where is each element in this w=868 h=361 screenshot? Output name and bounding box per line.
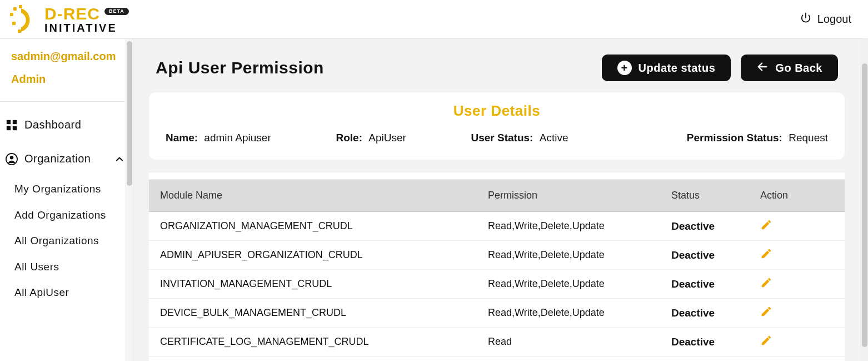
sidebar-scrollbar-thumb[interactable]: [127, 41, 132, 186]
edit-icon[interactable]: [760, 251, 772, 262]
sidebar-item-all-users[interactable]: All Users: [0, 254, 133, 280]
update-status-label: Update status: [638, 62, 716, 75]
table-row: CERTIFICATE_LOG_MANAGEMENT_CRUDLReadDeac…: [149, 328, 845, 357]
svg-rect-2: [10, 13, 13, 16]
table-row: ADMIN_APIUSER_ORGANIZATION_CRUDLRead,Wri…: [149, 241, 845, 270]
sidebar-item-organization[interactable]: Organization: [0, 147, 133, 171]
arrow-left-icon: [756, 61, 769, 76]
th-permission[interactable]: Permission: [477, 180, 660, 212]
page-title: Api User Permission: [156, 58, 324, 77]
table-row: INVITATION_MANAGEMENT_CRUDLRead,Write,De…: [149, 270, 845, 299]
user-details-card: User Details Name: admin Apiuser Role: A…: [149, 92, 845, 160]
divider: [0, 101, 133, 102]
table-row: DEVICE_BULK_MANAGEMENT_CRUDLRead,Write,D…: [149, 299, 845, 328]
cell-status: Deactive: [660, 357, 749, 362]
cell-permission: Read,Write,Delete,Update: [477, 270, 660, 299]
cell-module: DEVICE_BULK_MANAGEMENT_CRUDL: [149, 299, 477, 328]
th-module-name[interactable]: Module Name: [149, 180, 477, 212]
svg-rect-4: [18, 29, 21, 33]
cell-status: Deactive: [660, 328, 749, 357]
brand-logo[interactable]: D-REC BETA INITIATIVE: [10, 5, 129, 34]
cell-permission: Read,Write,Delete,Update: [477, 357, 660, 362]
permissions-table: Module Name Permission Status Action ORG…: [149, 180, 845, 361]
permission-status-label: Permission Status:: [687, 132, 782, 144]
svg-point-10: [10, 156, 13, 159]
cell-permission: Read,Write,Delete,Update: [477, 212, 660, 241]
svg-rect-6: [13, 120, 17, 123]
sidebar-item-my-organizations[interactable]: My Organizations: [0, 176, 133, 202]
sidebar-item-all-organizations[interactable]: All Organizations: [0, 228, 133, 254]
logout-label: Logout: [817, 13, 851, 26]
svg-rect-0: [13, 7, 17, 11]
update-status-button[interactable]: + Update status: [602, 55, 731, 81]
cell-permission: Read: [477, 328, 660, 357]
sidebar-item-add-organizations[interactable]: Add Organizations: [0, 202, 133, 229]
sidebar-item-all-apiuser[interactable]: All ApiUser: [0, 280, 133, 306]
dashboard-icon: [6, 119, 18, 131]
name-value: admin Apiuser: [204, 132, 271, 144]
brand-top: D-REC: [44, 6, 100, 22]
user-status-value: Active: [540, 132, 568, 144]
cell-status: Deactive: [660, 270, 749, 299]
logo-icon: [10, 5, 39, 34]
plus-circle-icon: +: [617, 61, 632, 75]
edit-icon[interactable]: [760, 338, 772, 349]
cell-module: ADMIN_APIUSER_ORGANIZATION_CRUDL: [149, 241, 477, 270]
svg-rect-8: [13, 126, 17, 130]
svg-rect-3: [12, 22, 16, 25]
table-row: BUYER_RESERVATION_MANAGEMENT_CRUDLRead,W…: [149, 357, 845, 362]
main-scrollbar[interactable]: [860, 39, 868, 361]
cell-permission: Read,Write,Delete,Update: [477, 299, 660, 328]
cell-status: Deactive: [660, 212, 749, 241]
sidebar-user-email: sadmin@gmail.com: [11, 50, 122, 63]
beta-badge: BETA: [104, 8, 129, 15]
edit-icon[interactable]: [760, 309, 772, 320]
logout-button[interactable]: Logout: [800, 12, 851, 27]
organization-label: Organization: [24, 152, 91, 165]
permissions-table-wrap: Module Name Permission Status Action ORG…: [149, 172, 845, 361]
cell-permission: Read,Write,Delete,Update: [477, 241, 660, 270]
svg-rect-5: [7, 120, 11, 123]
cell-module: ORGANIZATION_MANAGEMENT_CRUDL: [149, 212, 477, 241]
sidebar-scrollbar[interactable]: [125, 39, 133, 361]
th-status[interactable]: Status: [660, 180, 749, 212]
role-label: Role:: [336, 132, 362, 144]
th-action[interactable]: Action: [749, 180, 845, 212]
main-scrollbar-thumb[interactable]: [862, 63, 867, 347]
sidebar-item-dashboard[interactable]: Dashboard: [0, 113, 133, 137]
svg-rect-7: [7, 126, 11, 130]
cell-status: Deactive: [660, 241, 749, 270]
edit-icon[interactable]: [760, 222, 772, 233]
permission-status-value: Request: [789, 132, 828, 144]
user-status-label: User Status:: [471, 132, 533, 144]
cell-module: INVITATION_MANAGEMENT_CRUDL: [149, 270, 477, 299]
cell-status: Deactive: [660, 299, 749, 328]
edit-icon[interactable]: [760, 280, 772, 291]
role-value: ApiUser: [368, 132, 406, 144]
topbar: D-REC BETA INITIATIVE Logout: [0, 0, 868, 39]
dashboard-label: Dashboard: [24, 118, 81, 131]
go-back-label: Go Back: [775, 62, 822, 75]
main-content: Api User Permission + Update status Go B…: [133, 39, 860, 361]
go-back-button[interactable]: Go Back: [741, 55, 838, 81]
table-row: ORGANIZATION_MANAGEMENT_CRUDLRead,Write,…: [149, 212, 845, 241]
user-details-title: User Details: [149, 102, 845, 120]
chevron-up-icon: [114, 154, 125, 165]
user-circle-icon: [6, 153, 18, 165]
cell-module: BUYER_RESERVATION_MANAGEMENT_CRUDL: [149, 357, 477, 362]
sidebar: sadmin@gmail.com Admin Dashboard Organiz…: [0, 39, 133, 361]
cell-module: CERTIFICATE_LOG_MANAGEMENT_CRUDL: [149, 328, 477, 357]
name-label: Name:: [166, 132, 198, 144]
power-icon: [800, 12, 812, 27]
sidebar-user-role: Admin: [11, 73, 122, 86]
svg-rect-1: [19, 5, 22, 8]
brand-bottom: INITIATIVE: [44, 22, 129, 33]
